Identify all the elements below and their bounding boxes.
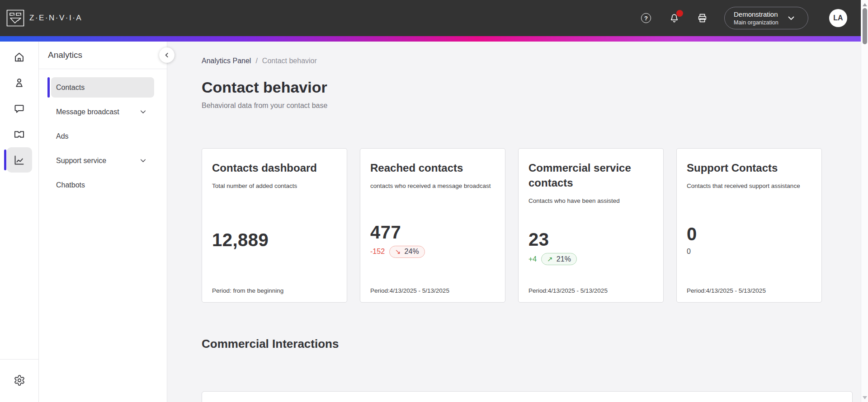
card-value: 477 (370, 222, 495, 242)
breadcrumb: Analytics Panel / Contact behavior (202, 57, 823, 65)
card-value: 0 (687, 224, 811, 244)
card-value: 12,889 (212, 230, 337, 250)
scrollbar-down-arrow[interactable] (863, 396, 867, 399)
trend-down-icon: ↘ (395, 248, 401, 256)
sidebar-item-message-broadcast[interactable]: Message broadcast (51, 102, 154, 122)
home-icon (13, 51, 25, 63)
card-value: 23 (528, 229, 653, 249)
rail-bottom-section (0, 359, 38, 402)
card-subtitle: Total number of added contacts (212, 180, 337, 192)
printer-icon (697, 13, 708, 24)
notifications-button[interactable] (668, 12, 680, 24)
trend-up-icon: ↗ (547, 255, 553, 263)
breadcrumb-separator: / (255, 57, 257, 65)
delta-value: -152 (370, 248, 385, 256)
print-button[interactable] (696, 12, 708, 24)
rail-item-home[interactable] (7, 44, 32, 70)
sidebar-item-label: Contacts (56, 84, 85, 92)
rail-item-campaigns[interactable] (7, 122, 32, 147)
stat-card-reached-contacts: Reached contacts contacts who received a… (360, 148, 505, 303)
sidebar-item-label: Message broadcast (56, 108, 119, 116)
delta-percent: 24% (405, 248, 419, 256)
section-title-commercial-interactions: Commercial Interactions (202, 337, 823, 351)
organization-names: Demonstration Main organization (734, 10, 778, 26)
delta-value: +4 (528, 255, 537, 263)
sidebar-item-label: Chatbots (56, 181, 85, 189)
sidebar-item-label: Ads (56, 132, 69, 140)
breadcrumb-analytics-panel[interactable]: Analytics Panel (202, 57, 251, 65)
top-bar: Z·E·N·V·I·A ? (0, 0, 868, 36)
sidebar-title: Analytics (39, 42, 167, 69)
chevron-down-icon (138, 107, 148, 117)
person-icon (13, 77, 25, 89)
zenvia-analytics-app: Z·E·N·V·I·A ? (0, 0, 868, 402)
chat-bubble-icon (13, 103, 25, 115)
chevron-down-icon (786, 13, 797, 23)
sidebar-item-contacts[interactable]: Contacts (51, 77, 154, 98)
sidebar-item-support-service[interactable]: Support service (51, 150, 154, 171)
card-delta-row: -152 ↘ 24% (370, 246, 495, 258)
delta-percent: 21% (557, 255, 571, 263)
stat-cards-row: Contacts dashboard Total number of added… (202, 148, 823, 303)
breadcrumb-current: Contact behavior (262, 57, 317, 65)
sidebar-item-chatbots[interactable]: Chatbots (51, 175, 154, 195)
sidebar-item-ads[interactable]: Ads (51, 126, 154, 146)
page-title: Contact behavior (202, 79, 823, 96)
rail-item-conversations[interactable] (7, 96, 32, 121)
gear-icon (14, 374, 25, 386)
scrollbar-up-arrow[interactable] (863, 3, 867, 6)
rail-item-contacts[interactable] (7, 70, 32, 95)
card-subtitle: Contacts that received support assistanc… (687, 180, 811, 192)
delta-value: 0 (687, 248, 691, 256)
help-button[interactable]: ? (640, 12, 652, 24)
sidebar-collapse-button[interactable] (159, 47, 175, 63)
card-period: Period:4/13/2025 - 5/13/2025 (370, 287, 495, 294)
card-subtitle: Contacts who have been assisted (528, 195, 653, 207)
ticket-icon (13, 128, 25, 140)
main-content: Analytics Panel / Contact behavior Conta… (167, 42, 868, 402)
top-bar-actions: ? Demonstration Main organiz (640, 7, 847, 29)
sidebar-nav: Contacts Message broadcast Ads Support s… (39, 69, 167, 195)
user-avatar[interactable]: LA (829, 9, 847, 27)
brand: Z·E·N·V·I·A (6, 9, 82, 27)
sidebar-item-label: Support service (56, 157, 106, 165)
card-period: Period: from the beginning (212, 287, 337, 294)
chevron-left-icon (162, 50, 172, 60)
commercial-interactions-panel (202, 391, 853, 402)
analytics-sidebar: Analytics Contacts Message broadcast Ads (39, 42, 167, 402)
card-subtitle: contacts who received a message broadcas… (370, 180, 495, 192)
organization-name: Demonstration (734, 10, 778, 19)
brand-gradient-bar (0, 36, 868, 42)
card-title: Support Contacts (687, 160, 811, 175)
stat-card-contacts-dashboard: Contacts dashboard Total number of added… (202, 148, 347, 303)
help-icon: ? (641, 13, 651, 23)
card-period: Period:4/13/2025 - 5/13/2025 (687, 287, 811, 294)
stat-card-commercial-service-contacts: Commercial service contacts Contacts who… (518, 148, 664, 303)
page-scrollbar[interactable] (861, 0, 868, 402)
rail-item-analytics[interactable] (7, 147, 32, 173)
line-chart-icon (13, 154, 25, 166)
card-delta-row: +4 ↗ 21% (528, 253, 653, 265)
brand-name: Z·E·N·V·I·A (29, 14, 82, 23)
stat-card-support-contacts: Support Contacts Contacts that received … (676, 148, 822, 303)
chevron-down-icon (138, 156, 148, 165)
organization-subtitle: Main organization (734, 19, 778, 26)
app-icon-rail (0, 42, 39, 402)
rail-item-settings[interactable] (9, 370, 29, 390)
notification-dot (676, 10, 683, 17)
zenvia-logo-icon (6, 9, 24, 27)
trend-pill-down: ↘ 24% (389, 246, 425, 258)
organization-switcher[interactable]: Demonstration Main organization (724, 7, 808, 29)
trend-pill-up: ↗ 21% (541, 253, 577, 265)
scrollbar-thumb[interactable] (863, 8, 867, 44)
card-title: Reached contacts (370, 160, 495, 175)
card-title: Commercial service contacts (528, 160, 653, 190)
page-subtitle: Behavioral data from your contact base (202, 102, 823, 110)
card-delta-row: 0 (687, 248, 811, 256)
card-title: Contacts dashboard (212, 160, 337, 175)
card-period: Period:4/13/2025 - 5/13/2025 (528, 287, 653, 294)
